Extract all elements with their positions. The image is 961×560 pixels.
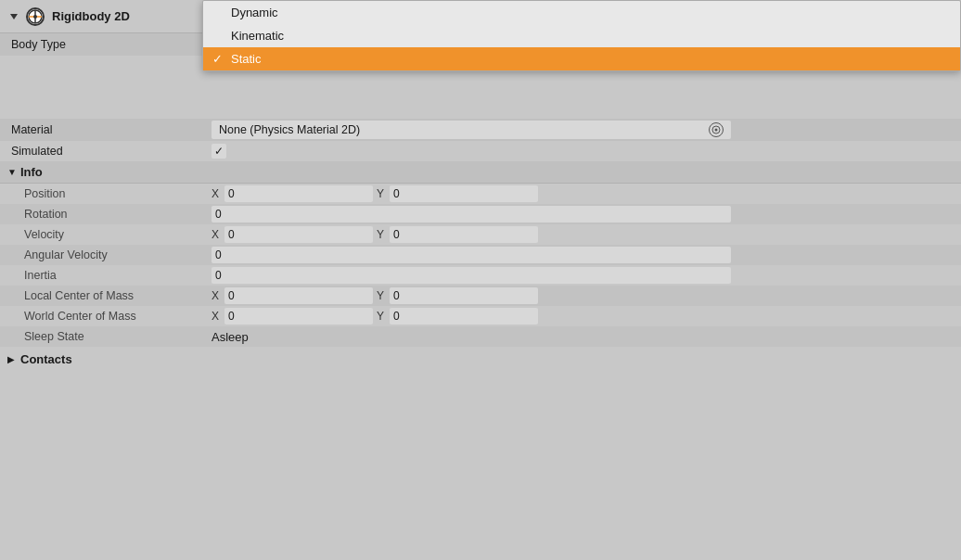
world-com-x-input[interactable] (224, 308, 373, 325)
component-title: Rigidbody 2D (52, 9, 130, 23)
material-value-container: None (Physics Material 2D) (211, 121, 954, 139)
position-xy-group: X Y (211, 185, 538, 202)
sleep-state-row: Sleep State Asleep (0, 326, 961, 347)
inspector-panel: Rigidbody 2D Body Type Static Dynamic Ki… (0, 0, 961, 560)
velocity-label: Velocity (7, 228, 211, 241)
rotation-label: Rotation (7, 208, 211, 221)
rotation-input[interactable] (211, 206, 731, 223)
dropdown-item-static[interactable]: ✓ Static (203, 47, 960, 70)
contacts-arrow-icon: ▶ (7, 354, 15, 364)
angular-velocity-row: Angular Velocity (0, 245, 961, 265)
world-com-row: World Center of Mass X Y (0, 306, 961, 326)
world-com-value: X Y (211, 308, 954, 325)
velocity-row: Velocity X Y (0, 224, 961, 245)
velocity-y-input[interactable] (390, 226, 538, 243)
position-label: Position (7, 187, 211, 200)
velocity-x-input[interactable] (224, 226, 373, 243)
world-com-y-label: Y (377, 310, 384, 323)
simulated-checkbox[interactable]: ✓ (211, 144, 226, 159)
position-x-input[interactable] (224, 185, 373, 202)
world-com-y-input[interactable] (390, 308, 538, 325)
angular-velocity-value (211, 247, 954, 263)
collapse-arrow[interactable] (7, 10, 20, 23)
simulated-row: Simulated ✓ (0, 141, 961, 161)
position-y-input[interactable] (390, 185, 538, 202)
simulated-label: Simulated (7, 145, 211, 158)
local-com-row: Local Center of Mass X Y (0, 286, 961, 306)
velocity-value: X Y (211, 226, 954, 243)
local-com-xy-group: X Y (211, 287, 538, 304)
local-com-y-input[interactable] (390, 287, 538, 304)
rigidbody-icon (26, 7, 45, 26)
rotation-row: Rotation (0, 204, 961, 224)
info-section-header[interactable]: ▼ Info (0, 161, 961, 184)
svg-point-4 (33, 15, 37, 19)
target-icon (709, 122, 724, 137)
world-com-x-label: X (211, 310, 219, 323)
sleep-state-label: Sleep State (7, 330, 211, 343)
world-com-xy-group: X Y (211, 308, 538, 325)
inertia-row: Inertia (0, 265, 961, 286)
world-com-label: World Center of Mass (7, 310, 211, 323)
svg-marker-0 (10, 14, 18, 19)
position-value: X Y (211, 185, 954, 202)
body-type-label: Body Type (7, 38, 211, 51)
velocity-x-label: X (211, 228, 219, 241)
svg-point-6 (715, 129, 718, 132)
local-com-x-input[interactable] (224, 287, 373, 304)
simulated-value: ✓ (211, 144, 954, 159)
rotation-value (211, 206, 954, 223)
sleep-state-value: Asleep (211, 330, 954, 344)
inertia-label: Inertia (7, 269, 211, 282)
local-com-label: Local Center of Mass (7, 289, 211, 302)
position-row: Position X Y (0, 184, 961, 204)
material-label: Material (7, 123, 211, 136)
material-row: Material None (Physics Material 2D) (0, 119, 961, 141)
dropdown-item-dynamic[interactable]: Dynamic (203, 1, 960, 24)
material-field[interactable]: None (Physics Material 2D) (211, 121, 731, 139)
dropdown-item-kinematic[interactable]: Kinematic (203, 24, 960, 47)
check-mark-icon: ✓ (212, 52, 223, 66)
velocity-xy-group: X Y (211, 226, 538, 243)
velocity-y-label: Y (377, 228, 384, 241)
info-section-title: Info (20, 165, 43, 179)
local-com-y-label: Y (377, 289, 384, 302)
inertia-value (211, 267, 954, 284)
local-com-value: X Y (211, 287, 954, 304)
contacts-row[interactable]: ▶ Contacts (0, 347, 961, 371)
body-type-dropdown-menu[interactable]: Dynamic Kinematic ✓ Static (202, 0, 961, 71)
angular-velocity-label: Angular Velocity (7, 248, 211, 261)
info-collapse-arrow[interactable]: ▼ (7, 167, 17, 177)
local-com-x-label: X (211, 289, 219, 302)
angular-velocity-input[interactable] (211, 247, 731, 263)
sleep-state-text: Asleep (211, 330, 249, 344)
inertia-input[interactable] (211, 267, 731, 284)
position-y-label: Y (377, 187, 384, 200)
contacts-label: Contacts (20, 352, 72, 366)
position-x-label: X (211, 187, 219, 200)
